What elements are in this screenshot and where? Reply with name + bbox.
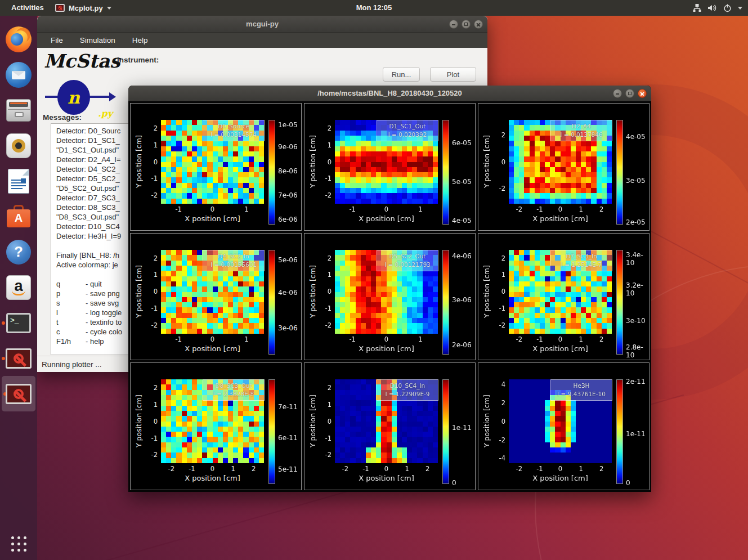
maximize-button[interactable] (625, 89, 634, 98)
plot-legend: D4_SC2_In I = 0.00155601 (203, 250, 265, 271)
mcgui-titlebar[interactable]: mcgui-py (37, 16, 487, 33)
plot-panel[interactable]: Y position [cm] 210-1-2 D8_SC3_Out I = 2… (130, 362, 302, 490)
plot-legend: D7_SC3_In I = 1.2514E-7 (550, 250, 612, 271)
y-axis-ticks: 420-2-4 (490, 379, 507, 463)
running-indicator (2, 321, 5, 325)
detector-name: He3H (551, 382, 612, 390)
dock-item-rhythmbox[interactable] (0, 128, 37, 163)
running-indicator (2, 357, 5, 360)
dock-item-amazon[interactable]: a (0, 270, 37, 305)
dock-item-files[interactable] (0, 92, 37, 128)
x-axis-ticks: -101 (335, 205, 438, 213)
x-axis-label: X position [cm] (509, 474, 612, 482)
help-icon: ? (6, 240, 31, 265)
x-axis-label: X position [cm] (509, 344, 612, 353)
detector-intensity: I = 0.0137846 (551, 131, 612, 139)
detector-name: D5_SC2_Out (377, 252, 438, 261)
dock-item-mcplot[interactable] (2, 376, 35, 411)
colorbar (268, 379, 275, 484)
amazon-icon: a (6, 275, 31, 300)
menu-simulation[interactable]: Simulation (80, 36, 115, 44)
detector-intensity: I = 0.00121793 (377, 261, 438, 269)
x-axis-ticks: -2-1012 (509, 205, 612, 213)
desktop: Activities Mcplot.py Mon 12:05 (0, 0, 748, 560)
x-axis-ticks: -2-1012 (509, 465, 612, 473)
plot-grid: Y position [cm] 210-1-2 D0_Source I = 0.… (128, 101, 651, 492)
chevron-down-icon (738, 7, 742, 10)
dock-item-mcgui[interactable] (0, 341, 37, 376)
power-icon (723, 3, 732, 13)
app-menu[interactable]: Mcplot.py (55, 0, 111, 16)
top-bar: Activities Mcplot.py Mon 12:05 (0, 0, 748, 16)
libreoffice-writer-icon (8, 169, 29, 194)
dock-item-help[interactable]: ? (0, 234, 37, 270)
menu-help[interactable]: Help (132, 36, 148, 44)
x-axis-ticks: -2-1012 (509, 335, 612, 343)
minimize-button[interactable] (613, 89, 622, 98)
plot-panel[interactable]: Y position [cm] 20-2 D2_A4 I = 0.0137846… (478, 103, 650, 231)
detector-intensity: I = 9.43761E-10 (551, 390, 612, 398)
detector-intensity: I = 0.020392 (377, 131, 438, 139)
detector-name: D8_SC3_Out (203, 382, 264, 390)
plot-legend: D10_SC4_In I = 1.22909E-9 (377, 379, 438, 401)
close-button[interactable] (638, 89, 647, 98)
logo-neutron-icon: n (57, 80, 90, 115)
colorbar (268, 120, 275, 225)
detector-name: D1_SC1_Out (377, 122, 438, 131)
show-applications-icon (11, 536, 26, 552)
system-tray[interactable] (692, 0, 742, 16)
mcplot-titlebar[interactable]: /home/mcstas/BNL_H8_20180430_120520 (128, 86, 651, 101)
dock-item-software[interactable]: A (0, 199, 37, 234)
dock-item-terminal[interactable]: >_ (0, 305, 37, 341)
mcgui-app-icon (6, 348, 32, 369)
y-axis-ticks: 20-2 (490, 120, 507, 204)
run-button[interactable]: Run... (383, 67, 420, 82)
plot-panel[interactable]: Y position [cm] 210-1-2 D0_Source I = 0.… (130, 103, 302, 231)
plot-panel[interactable]: Y position [cm] 210-1-2 D5_SC2_Out I = 0… (304, 233, 476, 361)
y-axis-ticks: 210-1-2 (316, 120, 333, 204)
maximize-button[interactable] (462, 20, 471, 29)
show-applications-button[interactable] (0, 527, 37, 560)
y-axis-ticks: 210-1-2 (142, 379, 159, 463)
detector-intensity: I = 0.00155601 (203, 261, 264, 269)
activities-button[interactable]: Activities (8, 0, 47, 16)
plot-legend: D8_SC3_Out I = 2.3828E-8 (203, 379, 265, 401)
colorbar (616, 120, 623, 225)
menu-file[interactable]: File (51, 36, 63, 44)
firefox-icon (6, 26, 32, 52)
minimize-button[interactable] (449, 20, 458, 29)
x-axis-ticks: -2-1012 (161, 465, 264, 473)
x-axis-label: X position [cm] (161, 344, 264, 353)
mcplot-window-title: /home/mcstas/BNL_H8_20180430_120520 (128, 86, 651, 101)
terminal-icon: >_ (6, 313, 31, 333)
colorbar (442, 379, 449, 484)
detector-intensity: I = 2.3828E-8 (203, 390, 264, 398)
dock-item-firefox[interactable] (0, 21, 37, 57)
messages-label: Messages: (43, 113, 82, 122)
dock-item-writer[interactable] (0, 163, 37, 199)
y-axis-ticks: 210-1-2 (490, 250, 507, 334)
instrument-label: Instrument: (117, 56, 159, 64)
x-axis-label: X position [cm] (161, 214, 264, 223)
y-axis-ticks: 210-1-2 (142, 120, 159, 204)
dock-item-thunderbird[interactable] (0, 57, 37, 92)
plot-button[interactable]: Plot (430, 67, 476, 82)
plot-panel[interactable]: Y position [cm] 210-1-2 D1_SC1_Out I = 0… (304, 103, 476, 231)
detector-intensity: I = 1.2514E-7 (551, 261, 612, 269)
x-axis-ticks: -101 (161, 205, 264, 213)
detector-name: D10_SC4_In (377, 382, 438, 390)
x-axis-ticks: -101 (335, 335, 438, 343)
detector-name: D7_SC3_In (551, 252, 612, 261)
mcplot-app-icon (6, 384, 32, 404)
plot-legend: D5_SC2_Out I = 0.00121793 (377, 250, 438, 271)
plot-panel[interactable]: Y position [cm] 210-1-2 D7_SC3_In I = 1.… (478, 233, 650, 361)
plot-legend: He3H I = 9.43761E-10 (550, 379, 612, 401)
volume-icon (707, 3, 717, 12)
close-button[interactable] (474, 20, 483, 29)
plot-legend: D1_SC1_Out I = 0.020392 (377, 120, 438, 141)
detector-name: D0_Source (203, 122, 264, 131)
plot-panel[interactable]: Y position [cm] 420-2-4 He3H I = 9.43761… (478, 362, 650, 490)
plot-panel[interactable]: Y position [cm] 210-1-2 D4_SC2_In I = 0.… (130, 233, 302, 361)
plot-panel[interactable]: Y position [cm] 210-1-2 D10_SC4_In I = 1… (304, 362, 476, 490)
clock[interactable]: Mon 12:05 (356, 0, 392, 16)
